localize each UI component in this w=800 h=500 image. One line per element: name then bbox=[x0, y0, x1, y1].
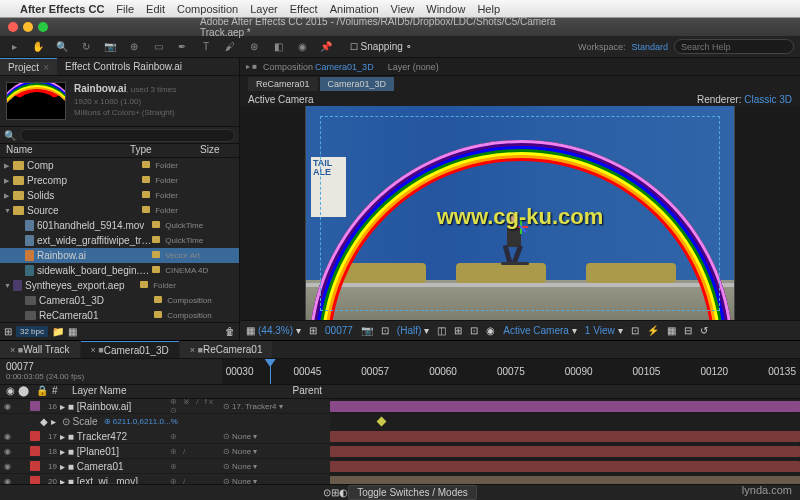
interpret-icon[interactable]: ⊞ bbox=[4, 326, 12, 337]
shy-icon[interactable]: ⊙ bbox=[323, 487, 331, 498]
composition-panel: ▸ ■ Composition Camera01_3D Layer (none)… bbox=[240, 58, 800, 340]
col-type[interactable]: Type bbox=[130, 144, 200, 157]
tree-item[interactable]: sidewalk_board_begin.c4d CINEMA 4D bbox=[0, 263, 239, 278]
tree-item[interactable]: ▶Solids Folder bbox=[0, 188, 239, 203]
timeline-layers[interactable]: ◉16▸ ■[Rainbow.ai]⊕ ※ / fx ⊙⊙ 17. Tracke… bbox=[0, 399, 800, 484]
menu-file[interactable]: File bbox=[116, 3, 134, 15]
menu-help[interactable]: Help bbox=[477, 3, 500, 15]
workspace-dropdown[interactable]: Standard bbox=[631, 42, 668, 52]
frame-blend-icon[interactable]: ⊞ bbox=[331, 487, 339, 498]
menu-composition[interactable]: Composition bbox=[177, 3, 238, 15]
tree-item[interactable]: Camera01_3D Composition bbox=[0, 293, 239, 308]
current-frame[interactable]: 00077 bbox=[325, 325, 353, 336]
resolution-dropdown[interactable]: (Half) ▾ bbox=[397, 325, 429, 336]
tool-toolbar: ▸ ✋ 🔍 ↻ 📷 ⊕ ▭ ✒ T 🖌 ⊛ ◧ ◉ 📌 ☐ Snapping ⚬… bbox=[0, 36, 800, 58]
zoom-button[interactable] bbox=[38, 22, 48, 32]
eraser-tool-icon[interactable]: ◧ bbox=[270, 39, 286, 55]
layer-row[interactable]: ◉17▸ ■Tracker472⊕⊙ None ▾ bbox=[0, 429, 800, 444]
anchor-tool-icon[interactable]: ⊕ bbox=[126, 39, 142, 55]
channel-icon[interactable]: ⊡ bbox=[381, 325, 389, 336]
col-name[interactable]: Name bbox=[0, 144, 130, 157]
zoom-dropdown[interactable]: ▦ (44.3%) ▾ bbox=[246, 325, 301, 336]
text-tool-icon[interactable]: T bbox=[198, 39, 214, 55]
col-layername[interactable]: Layer Name bbox=[72, 385, 126, 398]
tl-tab-camera3d[interactable]: × ■ Camera01_3D bbox=[81, 341, 179, 358]
pen-tool-icon[interactable]: ✒ bbox=[174, 39, 190, 55]
lynda-watermark: lynda.com bbox=[742, 484, 792, 496]
exposure-reset-icon[interactable]: ↺ bbox=[700, 325, 708, 336]
layer-row[interactable]: ◉18▸ ■[Plane01]⊕ /⊙ None ▾ bbox=[0, 444, 800, 459]
brush-tool-icon[interactable]: 🖌 bbox=[222, 39, 238, 55]
tree-item[interactable]: ▶Comp Folder bbox=[0, 158, 239, 173]
tab-effect-controls[interactable]: Effect Controls Rainbow.ai bbox=[57, 58, 190, 75]
tree-item[interactable]: ext_wide_graffitiwipe_trim.mov QuickTime bbox=[0, 233, 239, 248]
hand-tool-icon[interactable]: ✋ bbox=[30, 39, 46, 55]
new-folder-icon[interactable]: 📁 bbox=[52, 326, 64, 337]
project-tree[interactable]: ▶Comp Folder▶Precomp Folder▶Solids Folde… bbox=[0, 158, 239, 322]
tl-tab-recamera[interactable]: × ■ ReCamera01 bbox=[180, 341, 273, 358]
fast-preview-icon[interactable]: ⚡ bbox=[647, 325, 659, 336]
tree-item[interactable]: 601handheld_5914.mov QuickTime bbox=[0, 218, 239, 233]
camera-tool-icon[interactable]: 📷 bbox=[102, 39, 118, 55]
grid-icon[interactable]: ⊞ bbox=[454, 325, 462, 336]
tree-item[interactable]: ▼Syntheyes_export.aep Folder bbox=[0, 278, 239, 293]
menu-effect[interactable]: Effect bbox=[290, 3, 318, 15]
new-comp-icon[interactable]: ▦ bbox=[68, 326, 77, 337]
view-layout-dropdown[interactable]: 1 View ▾ bbox=[585, 325, 623, 336]
layer-row[interactable]: ◉19▸ ■Camera01⊕⊙ None ▾ bbox=[0, 459, 800, 474]
pixel-aspect-icon[interactable]: ⊡ bbox=[631, 325, 639, 336]
tree-item[interactable]: ReCamera01 Composition bbox=[0, 308, 239, 322]
layer-property[interactable]: ◆ ▸⊙ Scale⊕ 6211.0,6211.0...% bbox=[0, 414, 800, 429]
col-parent[interactable]: Parent bbox=[293, 385, 322, 398]
tree-item[interactable]: ▶Precomp Folder bbox=[0, 173, 239, 188]
menu-layer[interactable]: Layer bbox=[250, 3, 278, 15]
comp-tab-recamera[interactable]: ReCamera01 bbox=[248, 77, 318, 91]
roto-tool-icon[interactable]: ◉ bbox=[294, 39, 310, 55]
tree-item[interactable]: ▼Source Folder bbox=[0, 203, 239, 218]
tl-tab-walltrack[interactable]: × ■ Wall Track bbox=[0, 341, 80, 358]
asset-name: Rainbow.ai bbox=[74, 83, 126, 94]
col-size[interactable]: Size bbox=[200, 144, 239, 157]
window-titlebar: Adobe After Effects CC 2015 - /Volumes/R… bbox=[0, 18, 800, 36]
snapshot-icon[interactable]: 📷 bbox=[361, 325, 373, 336]
menu-edit[interactable]: Edit bbox=[146, 3, 165, 15]
menu-window[interactable]: Window bbox=[426, 3, 465, 15]
app-name[interactable]: After Effects CC bbox=[20, 3, 104, 15]
menu-animation[interactable]: Animation bbox=[330, 3, 379, 15]
close-button[interactable] bbox=[8, 22, 18, 32]
timeline-ruler[interactable]: 0003000045000570006000075000900010500120… bbox=[222, 359, 800, 384]
puppet-tool-icon[interactable]: 📌 bbox=[318, 39, 334, 55]
tab-project[interactable]: Project× bbox=[0, 58, 57, 75]
timeline-icon[interactable]: ▦ bbox=[667, 325, 676, 336]
project-search-input[interactable] bbox=[20, 129, 235, 142]
shape-tool-icon[interactable]: ▭ bbox=[150, 39, 166, 55]
motion-blur-icon[interactable]: ◐ bbox=[339, 487, 348, 498]
roi-icon[interactable]: ◫ bbox=[437, 325, 446, 336]
resolution-icon[interactable]: ⊞ bbox=[309, 325, 317, 336]
clone-tool-icon[interactable]: ⊛ bbox=[246, 39, 262, 55]
selection-tool-icon[interactable]: ▸ bbox=[6, 39, 22, 55]
snapping-toggle[interactable]: ☐ Snapping ⚬ bbox=[350, 41, 413, 52]
guides-icon[interactable]: ⊡ bbox=[470, 325, 478, 336]
window-title: Adobe After Effects CC 2015 - /Volumes/R… bbox=[200, 16, 600, 38]
comp-flowchart-icon[interactable]: ⊟ bbox=[684, 325, 692, 336]
layer-row[interactable]: ◉20▸ ■[ext_wi...mov]⊕ /⊙ None ▾ bbox=[0, 474, 800, 484]
composition-viewport[interactable]: TAIL ALE www.cg-ku.com bbox=[240, 106, 800, 320]
renderer-dropdown[interactable]: Classic 3D bbox=[744, 94, 792, 105]
3d-view-dropdown[interactable]: Active Camera ▾ bbox=[503, 325, 577, 336]
menu-view[interactable]: View bbox=[391, 3, 415, 15]
playhead[interactable] bbox=[270, 359, 271, 384]
search-help-input[interactable] bbox=[674, 39, 794, 54]
timecode-display[interactable]: 00077 0:00:03:05 (24.00 fps) bbox=[0, 359, 222, 384]
mask-icon[interactable]: ◉ bbox=[486, 325, 495, 336]
tree-item[interactable]: Rainbow.ai Vector Art bbox=[0, 248, 239, 263]
timeline-panel: × ■ Wall Track × ■ Camera01_3D × ■ ReCam… bbox=[0, 340, 800, 500]
comp-tab-camera3d[interactable]: Camera01_3D bbox=[320, 77, 395, 91]
layer-row[interactable]: ◉16▸ ■[Rainbow.ai]⊕ ※ / fx ⊙⊙ 17. Tracke… bbox=[0, 399, 800, 414]
trash-icon[interactable]: 🗑 bbox=[225, 326, 235, 337]
bpc-badge[interactable]: 32 bpc bbox=[16, 326, 48, 337]
rotate-tool-icon[interactable]: ↻ bbox=[78, 39, 94, 55]
zoom-tool-icon[interactable]: 🔍 bbox=[54, 39, 70, 55]
toggle-switches-button[interactable]: Toggle Switches / Modes bbox=[348, 485, 477, 500]
minimize-button[interactable] bbox=[23, 22, 33, 32]
